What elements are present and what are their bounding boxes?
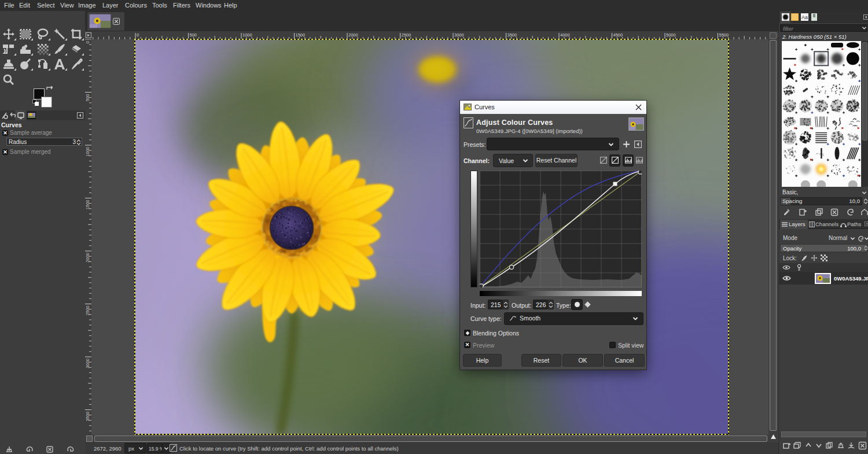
svg-text:4500: 4500 [613,32,623,38]
svg-text:3000: 3000 [85,359,90,368]
svg-text:2000: 2000 [85,253,90,263]
svg-text:1000: 1000 [242,32,252,38]
svg-text:2000: 2000 [348,32,358,38]
svg-text:2500: 2500 [402,32,411,38]
svg-text:5000: 5000 [666,32,676,38]
svg-text:500: 500 [190,32,197,38]
svg-text:1500: 1500 [85,200,90,210]
svg-text:1500: 1500 [296,32,306,38]
svg-text:0: 0 [85,41,90,43]
svg-text:2500: 2500 [85,306,90,316]
svg-text:4000: 4000 [560,32,570,38]
svg-text:3500: 3500 [85,412,90,422]
svg-text:Aa: Aa [801,14,808,20]
svg-text:3000: 3000 [454,32,464,38]
svg-text:5500: 5500 [719,32,729,38]
svg-text:3500: 3500 [507,32,517,38]
svg-text:0: 0 [137,32,139,38]
svg-text:1000: 1000 [85,147,90,157]
